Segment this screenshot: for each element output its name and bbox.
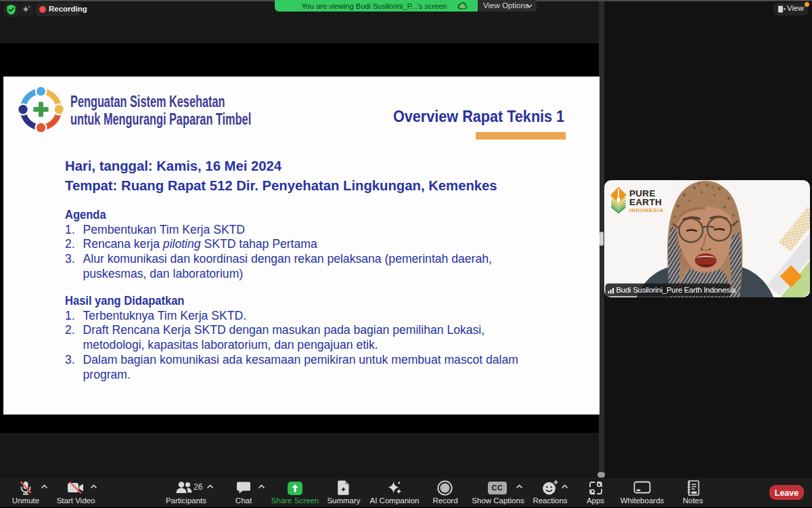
svg-text:EARTH: EARTH — [629, 197, 662, 207]
svg-text:INDONESIA: INDONESIA — [629, 207, 664, 213]
svg-text:Budi Susilorini_Pure Earth Ind: Budi Susilorini_Pure Earth Indonesia — [616, 286, 736, 294]
